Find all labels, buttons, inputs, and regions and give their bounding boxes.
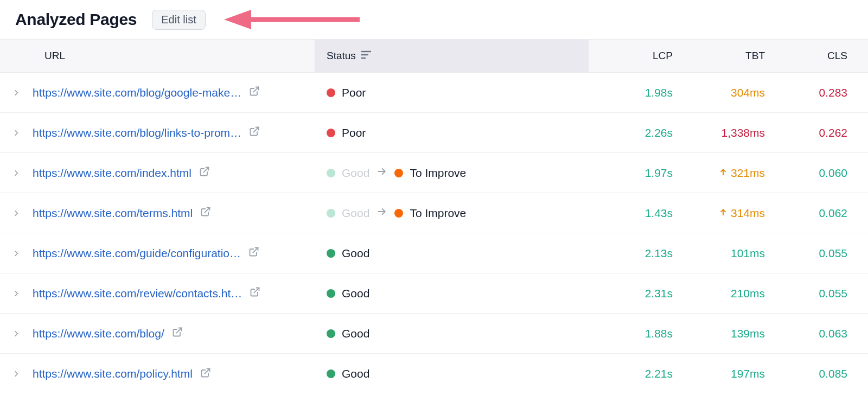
external-link-icon[interactable]	[248, 246, 259, 260]
column-header-tbt[interactable]: TBT	[681, 50, 774, 62]
tbt-cell: 139ms	[681, 327, 774, 340]
url-cell: https://www.site.com/guide/configuratio…	[33, 246, 315, 260]
expand-row-button[interactable]	[0, 209, 33, 217]
lcp-value: 1.97s	[645, 167, 673, 179]
column-header-status-label: Status	[327, 50, 356, 62]
cls-value: 0.262	[819, 126, 847, 139]
external-link-icon[interactable]	[250, 286, 260, 300]
table-row: https://www.site.com/policy.htmlGood2.21…	[0, 354, 868, 394]
page-url-link[interactable]: https://www.site.com/blog/	[33, 327, 164, 340]
status-cell: Good	[315, 327, 591, 340]
page-url-link[interactable]: https://www.site.com/terms.html	[33, 207, 193, 220]
svg-line-7	[203, 168, 208, 173]
table-header: URL Status LCP TBT CLS	[0, 39, 868, 73]
expand-row-button[interactable]	[0, 250, 33, 257]
lcp-cell: 2.31s	[591, 287, 681, 300]
expand-row-button[interactable]	[0, 89, 33, 97]
status-dot-icon	[327, 129, 335, 137]
table-row: https://www.site.com/review/contacts.ht……	[0, 273, 868, 314]
lcp-value: 1.88s	[645, 327, 673, 340]
svg-line-13	[253, 248, 258, 253]
cls-cell: 0.062	[774, 207, 860, 220]
url-cell: https://www.site.com/index.html	[33, 166, 315, 180]
lcp-value: 1.43s	[645, 207, 673, 219]
tbt-value: 210ms	[731, 287, 765, 299]
expand-row-button[interactable]	[0, 169, 33, 177]
lcp-cell: 1.97s	[591, 167, 681, 180]
table-row: https://www.site.com/guide/configuratio……	[0, 233, 868, 273]
lcp-cell: 2.21s	[591, 367, 681, 380]
status-cell: Poor	[315, 86, 591, 99]
status-label: Good	[342, 367, 369, 380]
tbt-cell: 101ms	[681, 247, 774, 260]
status-label: Poor	[342, 126, 366, 139]
status-label: Good	[342, 287, 369, 300]
status-label: Good	[342, 247, 369, 260]
cls-value: 0.060	[819, 167, 847, 179]
status-dot-icon	[327, 169, 335, 177]
expand-row-button[interactable]	[0, 370, 33, 378]
lcp-cell: 2.26s	[591, 126, 681, 139]
external-link-icon[interactable]	[200, 367, 211, 381]
cls-value: 0.063	[819, 327, 847, 340]
status-label-to: To Improve	[410, 207, 466, 220]
trend-up-icon	[719, 207, 727, 219]
status-dot-icon	[327, 209, 335, 218]
column-header-lcp[interactable]: LCP	[591, 50, 681, 62]
page-url-link[interactable]: https://www.site.com/policy.html	[33, 367, 193, 380]
svg-marker-1	[224, 10, 251, 29]
arrow-right-icon	[376, 166, 388, 180]
page-url-link[interactable]: https://www.site.com/blog/google-make…	[33, 86, 241, 99]
edit-list-button[interactable]: Edit list	[152, 10, 205, 30]
lcp-cell: 1.98s	[591, 86, 681, 99]
status-label-from: Good	[342, 207, 369, 220]
page-url-link[interactable]: https://www.site.com/index.html	[33, 167, 192, 180]
status-cell: Good	[315, 287, 591, 300]
status-dot-icon	[327, 329, 335, 338]
url-cell: https://www.site.com/blog/google-make…	[33, 86, 315, 99]
tbt-cell: 314ms	[681, 207, 774, 220]
cls-value: 0.055	[819, 247, 847, 259]
cls-value: 0.085	[819, 367, 847, 380]
external-link-icon[interactable]	[249, 86, 260, 99]
lcp-value: 2.13s	[645, 247, 673, 259]
status-dot-icon	[394, 209, 403, 218]
expand-row-button[interactable]	[0, 290, 33, 297]
status-cell: Good	[315, 367, 591, 380]
tbt-cell: 304ms	[681, 86, 774, 99]
expand-row-button[interactable]	[0, 330, 33, 337]
tbt-value: 197ms	[731, 367, 765, 380]
external-link-icon[interactable]	[200, 206, 211, 220]
page-url-link[interactable]: https://www.site.com/blog/links-to-prom…	[33, 126, 241, 139]
external-link-icon[interactable]	[199, 166, 210, 180]
cls-cell: 0.055	[774, 287, 860, 300]
status-dot-icon	[327, 88, 335, 97]
lcp-cell: 1.88s	[591, 327, 681, 340]
status-cell: GoodTo Improve	[315, 166, 591, 180]
svg-line-16	[205, 368, 209, 373]
page-url-link[interactable]: https://www.site.com/review/contacts.ht…	[33, 287, 242, 300]
external-link-icon[interactable]	[172, 327, 183, 340]
tbt-value: 1,338ms	[721, 126, 765, 139]
cls-cell: 0.283	[774, 86, 860, 99]
svg-line-5	[254, 87, 259, 92]
table-row: https://www.site.com/index.htmlGoodTo Im…	[0, 153, 868, 193]
panel-header: Analyzed Pages Edit list	[0, 0, 868, 39]
status-dot-icon	[394, 169, 403, 177]
status-label: Poor	[342, 86, 366, 99]
lcp-value: 2.31s	[645, 287, 673, 299]
svg-line-10	[205, 208, 210, 213]
page-url-link[interactable]: https://www.site.com/guide/configuratio…	[33, 247, 241, 260]
lcp-value: 2.21s	[645, 367, 673, 380]
tbt-cell: 321ms	[681, 167, 774, 180]
column-header-url[interactable]: URL	[33, 50, 315, 62]
cls-cell: 0.063	[774, 327, 860, 340]
expand-row-button[interactable]	[0, 129, 33, 137]
analyzed-pages-panel: Analyzed Pages Edit list URL Status LCP …	[0, 0, 868, 394]
external-link-icon[interactable]	[249, 126, 260, 139]
column-header-status[interactable]: Status	[315, 40, 591, 72]
tbt-cell: 197ms	[681, 367, 774, 380]
tbt-cell: 210ms	[681, 287, 774, 300]
url-cell: https://www.site.com/blog/	[33, 327, 315, 340]
column-header-cls[interactable]: CLS	[774, 50, 860, 62]
